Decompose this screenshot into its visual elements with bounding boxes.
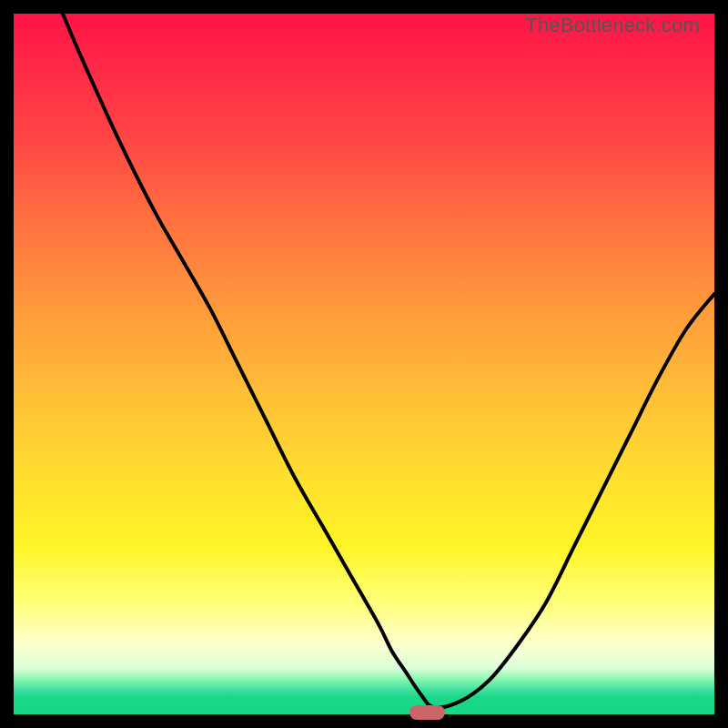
optimal-marker <box>410 705 445 719</box>
plot-area: TheBottleneck.com <box>14 14 714 714</box>
curve-svg <box>14 14 714 714</box>
chart-frame: TheBottleneck.com <box>0 0 728 728</box>
bottleneck-curve-path <box>63 14 714 708</box>
